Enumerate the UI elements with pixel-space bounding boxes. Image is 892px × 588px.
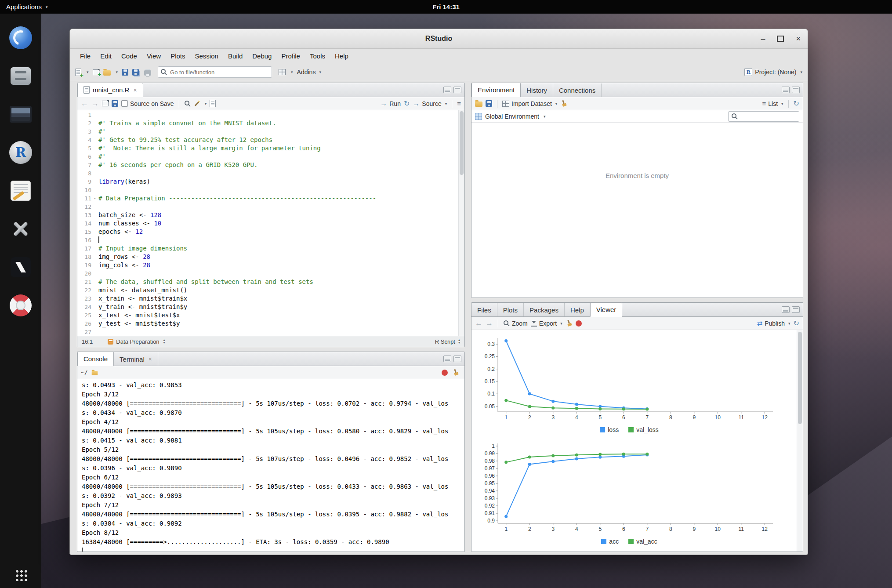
menu-view[interactable]: View xyxy=(142,52,166,60)
minimize-pane-icon[interactable] xyxy=(782,87,790,93)
close-tab-icon[interactable]: × xyxy=(133,87,137,94)
code-line[interactable]: 24y_train <- mnist$train$y xyxy=(77,303,464,311)
menu-tools[interactable]: Tools xyxy=(305,52,330,60)
rerun-icon[interactable]: ↻ xyxy=(404,100,410,107)
console-output[interactable]: s: 0.0493 - val_acc: 0.9853Epoch 3/12480… xyxy=(77,379,464,552)
scope-label[interactable]: Global Environment xyxy=(485,113,539,120)
dock-dark-app[interactable] xyxy=(8,254,33,280)
tab-history[interactable]: History xyxy=(521,83,553,97)
maximize-pane-icon[interactable] xyxy=(453,356,461,362)
menu-debug[interactable]: Debug xyxy=(247,52,276,60)
popout-icon[interactable] xyxy=(102,101,109,106)
chevron-down-icon[interactable]: ▾ xyxy=(87,70,89,74)
tab-connections[interactable]: Connections xyxy=(553,83,602,97)
forward-icon[interactable]: → xyxy=(91,100,99,107)
tab-environment[interactable]: Environment xyxy=(471,83,521,97)
import-dataset-button[interactable]: Import Dataset ▾ xyxy=(502,100,557,107)
tab-viewer[interactable]: Viewer xyxy=(590,302,623,317)
source-button[interactable]: → Source ▾ xyxy=(413,100,447,107)
back-icon[interactable]: ← xyxy=(475,319,482,327)
clear-console-icon[interactable] xyxy=(451,368,461,377)
new-file-button[interactable]: + xyxy=(75,69,81,76)
load-workspace-icon[interactable] xyxy=(475,102,482,107)
export-button[interactable]: Export ▾ xyxy=(531,320,562,327)
maximize-pane-icon[interactable] xyxy=(453,87,461,93)
document-outline-icon[interactable]: ≡ xyxy=(457,100,461,107)
dock-web-browser[interactable] xyxy=(8,25,33,51)
code-line[interactable]: 4#' Gets to 99.25% test accuracy after 1… xyxy=(77,136,464,144)
chevron-down-icon[interactable]: ▾ xyxy=(205,102,207,106)
code-line[interactable]: 1 xyxy=(77,111,464,119)
close-button[interactable]: × xyxy=(796,35,801,43)
clear-workspace-icon[interactable] xyxy=(559,99,569,108)
clock[interactable]: Fri 14:31 xyxy=(0,3,892,11)
code-editor[interactable]: 12#' Trains a simple convnet on the MNIS… xyxy=(77,110,464,336)
maximize-button[interactable] xyxy=(777,36,784,42)
find-replace-icon[interactable] xyxy=(184,100,191,107)
code-line[interactable]: 23x_train <- mnist$train$x xyxy=(77,294,464,303)
tab-help[interactable]: Help xyxy=(565,303,590,316)
pane-layout-icon[interactable] xyxy=(279,69,286,75)
code-line[interactable]: 19img_cols <- 28 xyxy=(77,261,464,269)
dock-tools[interactable] xyxy=(8,216,33,242)
code-line[interactable]: 22mnist <- dataset_mnist() xyxy=(77,286,464,294)
run-button[interactable]: → Run xyxy=(380,100,401,107)
stop-icon[interactable] xyxy=(576,320,582,327)
code-tools-icon[interactable] xyxy=(194,100,200,107)
code-line[interactable]: 16 xyxy=(77,236,464,244)
tab-console[interactable]: Console xyxy=(77,352,114,366)
code-line[interactable]: 14num_classes <- 10 xyxy=(77,219,464,228)
code-line[interactable]: 20 xyxy=(77,269,464,278)
print-icon[interactable] xyxy=(144,70,151,76)
code-line[interactable]: 8 xyxy=(77,169,464,178)
compile-report-icon[interactable] xyxy=(210,100,216,107)
code-line[interactable]: 18img_rows <- 28 xyxy=(77,253,464,261)
tab-files[interactable]: Files xyxy=(471,303,497,316)
dock-text-editor[interactable] xyxy=(8,178,33,203)
menu-edit[interactable]: Edit xyxy=(95,52,116,60)
save-icon[interactable] xyxy=(112,100,118,107)
code-line[interactable]: 12 xyxy=(77,203,464,211)
goto-working-dir-icon[interactable] xyxy=(91,371,98,375)
code-line[interactable]: 7#' 16 seconds per epoch on a GRID K520 … xyxy=(77,161,464,169)
code-line[interactable]: 13batch_size <- 128 xyxy=(77,211,464,219)
viewer-scrollbar[interactable] xyxy=(797,330,803,552)
show-applications-button[interactable] xyxy=(15,569,27,581)
refresh-icon[interactable]: ↻ xyxy=(794,100,799,107)
menu-help[interactable]: Help xyxy=(330,52,353,60)
code-line[interactable]: 2#' Trains a simple convnet on the MNIST… xyxy=(77,119,464,127)
dock-help[interactable] xyxy=(8,293,33,318)
dock-rstudio[interactable]: R xyxy=(8,140,33,165)
publish-button[interactable]: ⇄ Publish ▾ xyxy=(757,320,790,327)
close-tab-icon[interactable]: × xyxy=(149,356,152,363)
tab-terminal[interactable]: Terminal × xyxy=(114,352,158,366)
section-selector[interactable]: Data Preparation ▴▾ xyxy=(108,338,165,345)
save-workspace-icon[interactable] xyxy=(486,100,492,107)
chevron-down-icon[interactable]: ▾ xyxy=(116,70,118,74)
tab-mnist-cnn[interactable]: mnist_cnn.R × xyxy=(77,83,143,97)
chevron-down-icon[interactable]: ▾ xyxy=(544,114,546,119)
minimize-pane-icon[interactable] xyxy=(443,356,451,362)
code-line[interactable]: 10 xyxy=(77,186,464,194)
window-titlebar[interactable]: RStudio – × xyxy=(70,29,808,49)
minimize-button[interactable]: – xyxy=(761,35,765,43)
menu-file[interactable]: File xyxy=(75,52,95,60)
code-line[interactable]: 26y_test <- mnist$test$y xyxy=(77,319,464,328)
code-line[interactable]: 5#' Note: There is still a large margin … xyxy=(77,144,464,152)
maximize-pane-icon[interactable] xyxy=(792,306,800,313)
applications-menu[interactable]: Applications ▾ xyxy=(0,0,54,14)
source-on-save-checkbox[interactable] xyxy=(121,100,128,107)
goto-file-input[interactable] xyxy=(158,66,272,78)
code-line[interactable]: 27 xyxy=(77,328,464,336)
back-icon[interactable]: ← xyxy=(81,100,88,107)
forward-icon[interactable]: → xyxy=(486,319,493,327)
tab-plots[interactable]: Plots xyxy=(497,303,524,316)
zoom-button[interactable]: Zoom xyxy=(503,320,528,327)
save-all-icon[interactable] xyxy=(132,69,139,76)
code-line[interactable]: 11▾# Data Preparation ------------------… xyxy=(77,194,464,203)
dock-image-viewer[interactable] xyxy=(8,102,33,127)
code-line[interactable]: 9library(keras) xyxy=(77,178,464,186)
code-line[interactable]: 21# The data, shuffled and split between… xyxy=(77,278,464,286)
clear-viewer-icon[interactable] xyxy=(565,319,574,328)
stop-icon[interactable] xyxy=(442,370,448,376)
